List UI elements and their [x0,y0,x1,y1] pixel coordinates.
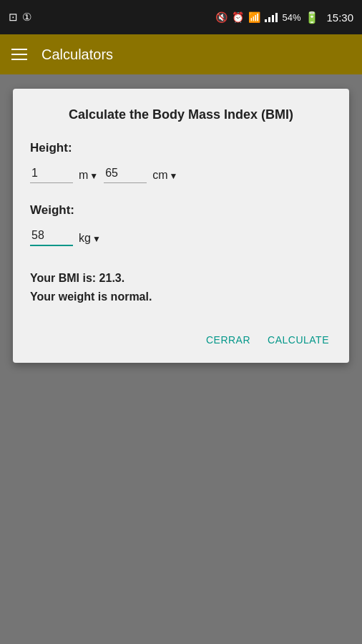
cancel-button[interactable]: CERRAR [203,328,253,351]
cm-unit-selector[interactable]: cm ▼ [152,169,177,182]
alarm-icon: ⏰ [232,11,244,23]
cm-unit-label: cm [152,169,167,182]
screenshot-icon: ⊡ [9,11,18,24]
height-meters-input[interactable] [30,164,73,183]
status-time: 15:30 [326,11,353,24]
kg-unit-selector[interactable]: kg ▼ [79,232,101,245]
meters-dropdown-arrow: ▼ [89,171,98,181]
meters-unit-selector[interactable]: m ▼ [79,169,98,182]
toolbar: Calculators [0,34,362,74]
kg-dropdown-arrow: ▼ [92,234,101,244]
height-cm-input[interactable] [104,164,147,183]
weight-row: kg ▼ [30,226,332,246]
result-line-1: Your BMI is: 21.3. [30,269,332,288]
meters-unit-label: m [79,169,88,182]
signal-icon [265,12,278,22]
height-row: m ▼ cm ▼ [30,164,332,183]
mute-icon: 🔇 [215,11,228,23]
dialog-title: Calculate the Body Mass Index (BMI) [30,106,332,124]
height-label: Height: [30,141,332,155]
kg-unit-label: kg [79,232,91,245]
dialog-actions: CERRAR CALCULATE [30,323,332,351]
toolbar-title: Calculators [41,47,113,63]
battery-icon: 🔋 [305,11,319,24]
status-bar: ⊡ ① 🔇 ⏰ 📶 54% 🔋 15:30 [0,0,362,34]
weight-input[interactable] [30,226,73,246]
wifi-icon: 📶 [248,11,260,23]
calculate-button[interactable]: CALCULATE [265,328,332,351]
result-text: Your BMI is: 21.3. Your weight is normal… [30,269,332,306]
bmi-dialog: Calculate the Body Mass Index (BMI) Heig… [13,89,349,363]
height-meters-group [30,164,73,183]
height-cm-group [104,164,147,183]
result-line-2: Your weight is normal. [30,288,332,306]
battery-percentage: 54% [282,12,300,23]
status-bar-left: ⊡ ① [9,11,31,24]
menu-button[interactable] [11,49,27,60]
content-area: Calculate the Body Mass Index (BMI) Heig… [0,74,362,644]
number-icon: ① [22,11,31,24]
status-bar-right: 🔇 ⏰ 📶 54% 🔋 15:30 [215,11,353,24]
weight-label: Weight: [30,203,332,218]
cm-dropdown-arrow: ▼ [170,171,178,181]
